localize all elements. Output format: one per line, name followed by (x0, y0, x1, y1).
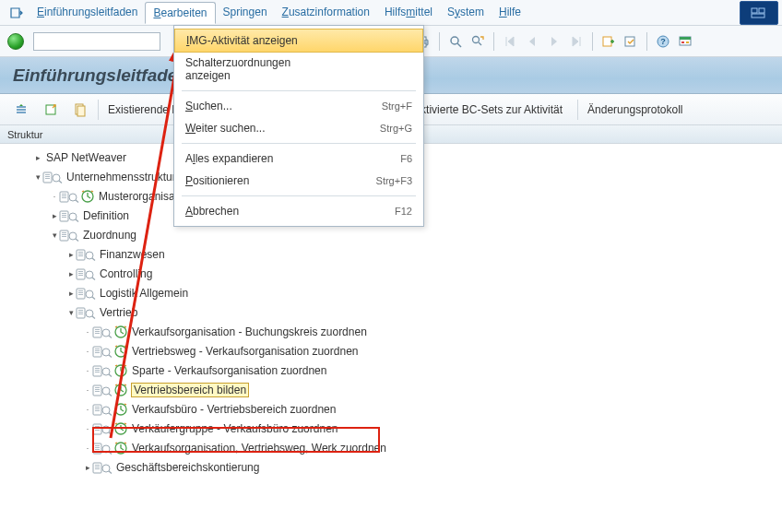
svg-rect-114 (95, 447, 100, 448)
tree-node[interactable]: ·Verkaufsorganisation - Buchungskreis zu… (7, 322, 782, 341)
activity-icon[interactable] (113, 363, 128, 378)
document-icon[interactable] (76, 267, 96, 280)
first-page-icon[interactable] (500, 31, 520, 52)
document-icon[interactable] (92, 384, 113, 396)
customize-layout-icon[interactable] (675, 31, 695, 52)
activity-icon[interactable] (113, 383, 128, 397)
menu-item-img-aktivit-t-anzeigen[interactable]: IMG-Aktivität anzeigen (174, 29, 423, 53)
menu-item-abbrechen[interactable]: AbbrechenF12 (174, 200, 423, 222)
svg-point-95 (102, 387, 110, 395)
collapse-icon[interactable]: ▾ (50, 231, 59, 240)
tree-node[interactable]: ·Sparte - Verkaufsorganisation zuordnen (7, 361, 782, 380)
document-icon[interactable] (92, 345, 113, 358)
activated-bc-sets-button[interactable]: Aktivierte BC-Sets zur Aktivität (403, 100, 572, 120)
tree-node[interactable]: ·Vertriebsweg - Verkaufsorganisation zuo… (7, 341, 782, 361)
menu-item-schalterzuordnungen-anzeigen[interactable]: Schalterzuordnungen anzeigen (174, 52, 423, 87)
where-used-button[interactable] (68, 100, 92, 120)
collapse-icon[interactable]: ▾ (66, 308, 76, 317)
svg-rect-77 (93, 347, 101, 357)
menu-einf-hrungsleitfaden[interactable]: Einführungsleitfaden (30, 2, 145, 24)
expand-icon[interactable]: ▸ (83, 463, 92, 472)
svg-rect-105 (93, 424, 101, 434)
enter-icon[interactable] (7, 33, 24, 50)
tree-node[interactable]: ·Verkaufsorganisation, Vertriebsweg, Wer… (7, 438, 782, 457)
svg-rect-17 (686, 41, 689, 43)
menu-exit-icon[interactable] (7, 4, 26, 22)
menu-zusatzinformation[interactable]: Zusatzinformation (275, 2, 377, 24)
activity-icon[interactable] (80, 189, 95, 204)
document-icon[interactable] (76, 248, 96, 261)
tree-node[interactable]: ▾Zuordnung (7, 225, 782, 244)
expand-icon[interactable]: ▸ (33, 153, 42, 162)
svg-rect-94 (95, 391, 100, 392)
tree-node-label: Logistik Allgemein (100, 287, 188, 300)
expand-icon[interactable]: ▸ (50, 211, 59, 220)
svg-line-9 (479, 42, 481, 45)
prev-page-icon[interactable] (522, 31, 542, 52)
last-page-icon[interactable] (566, 31, 586, 52)
expand-icon[interactable]: ▸ (66, 289, 76, 298)
menu-springen[interactable]: Springen (216, 2, 275, 24)
activity-icon[interactable] (113, 441, 128, 455)
tree-node[interactable]: ·Verkäufergruppe - Verkaufsbüro zuordnen (7, 419, 782, 438)
menu-hilfsmittel[interactable]: Hilfsmittel (377, 2, 440, 24)
menu-item-weiter-suchen[interactable]: Weiter suchen...Strg+G (174, 117, 423, 139)
activity-icon[interactable] (113, 344, 128, 359)
document-icon[interactable] (92, 364, 113, 377)
expand-icon[interactable]: ▸ (66, 269, 76, 278)
menu-item-suchen[interactable]: Suchen...Strg+F (174, 95, 423, 117)
tree-node[interactable]: ▸Logistik Allgemein (7, 283, 782, 302)
menu-item-label: Alles expandieren (185, 152, 314, 165)
svg-point-25 (53, 174, 60, 182)
document-icon[interactable] (59, 229, 79, 242)
svg-rect-66 (78, 312, 83, 313)
document-icon[interactable] (92, 442, 113, 455)
menu-system[interactable]: System (440, 2, 492, 24)
tree-node[interactable]: ▸Geschäftsbereichskontierung (7, 457, 782, 477)
document-icon[interactable] (92, 403, 113, 416)
svg-line-110 (109, 432, 112, 435)
new-session-icon[interactable] (598, 31, 619, 52)
document-icon[interactable] (59, 209, 79, 222)
svg-rect-15 (680, 37, 691, 40)
document-icon[interactable] (59, 190, 79, 203)
document-icon[interactable] (92, 461, 113, 474)
tree-node[interactable]: ·Vertriebsbereich bilden (7, 380, 782, 399)
tree-node-label: Controlling (100, 267, 152, 280)
tree-node[interactable]: ▾Vertrieb (7, 302, 782, 322)
svg-rect-43 (62, 236, 66, 237)
menu-hilfe[interactable]: Hilfe (492, 2, 528, 24)
command-field[interactable] (33, 32, 160, 51)
menu-item-alles-expandieren[interactable]: Alles expandierenF6 (174, 148, 423, 170)
document-icon[interactable] (76, 287, 96, 300)
next-page-icon[interactable] (544, 31, 564, 52)
svg-point-74 (102, 329, 110, 337)
help-icon[interactable]: ? (653, 31, 673, 52)
expand-all-button[interactable] (9, 100, 33, 120)
collapse-icon[interactable]: ▾ (33, 172, 42, 182)
tree-node[interactable]: ·Verkaufsbüro - Vertriebsbereich zuordne… (7, 399, 782, 419)
menu-bearbeiten[interactable]: Bearbeiten (145, 2, 215, 24)
document-icon[interactable] (92, 325, 113, 338)
collapse-all-button[interactable] (39, 100, 63, 120)
svg-rect-70 (93, 327, 101, 337)
document-icon[interactable] (42, 171, 63, 183)
window-button[interactable] (740, 1, 778, 25)
svg-rect-52 (77, 269, 85, 279)
activity-icon[interactable] (113, 421, 128, 436)
tree-node[interactable]: ▸Finanzwesen (7, 244, 782, 264)
document-icon[interactable] (92, 422, 113, 435)
changelog-button[interactable]: Änderungsprotokoll (577, 100, 692, 120)
svg-rect-121 (95, 467, 100, 467)
activity-icon[interactable] (113, 325, 128, 339)
activity-icon[interactable] (113, 402, 128, 417)
document-icon[interactable] (76, 306, 96, 319)
expand-icon[interactable]: ▸ (66, 250, 76, 259)
tree-node[interactable]: ▸Controlling (7, 264, 782, 283)
find-icon[interactable] (445, 31, 466, 52)
menu-item-positionieren[interactable]: PositionierenStrg+F3 (174, 170, 423, 192)
svg-point-68 (86, 310, 93, 317)
svg-rect-65 (78, 310, 83, 311)
find-next-icon[interactable] (468, 31, 488, 52)
generate-shortcut-icon[interactable] (621, 31, 641, 52)
